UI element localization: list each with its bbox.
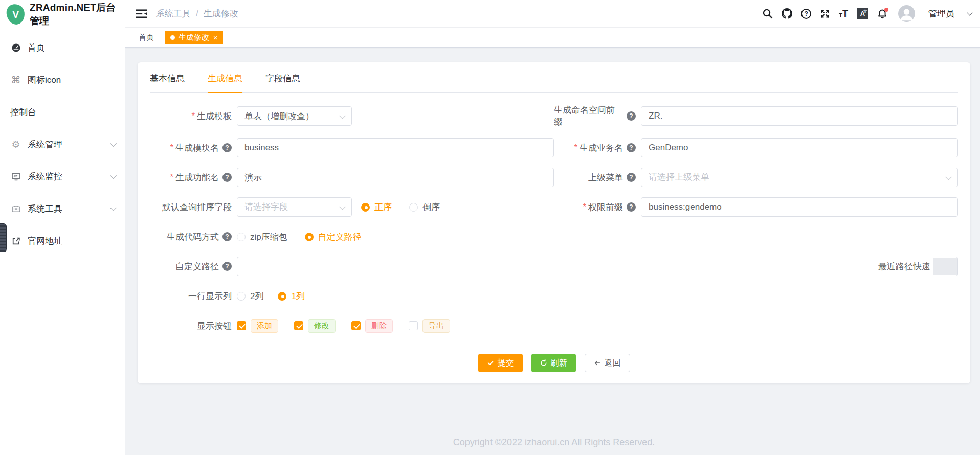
gear-icon: ⚙ xyxy=(10,140,21,149)
required-mark: * xyxy=(170,172,173,183)
sidebar-item-label: 图标icon xyxy=(28,74,61,86)
gen-template-select[interactable] xyxy=(237,106,352,126)
function-name-input[interactable] xyxy=(237,168,554,187)
sidebar-item-home[interactable]: 首页 xyxy=(0,32,125,64)
checkbox-export[interactable] xyxy=(409,321,418,330)
radio-custom-path[interactable]: 自定义路径 xyxy=(305,231,362,243)
help-icon[interactable]: ? xyxy=(222,143,232,152)
form-card: 基本信息 生成信息 字段信息 * 生成模板 xyxy=(138,62,970,383)
gen-template-value[interactable] xyxy=(237,106,352,126)
form-row: * 生成模块名 ? * 生成业务名 ? xyxy=(150,138,958,157)
help-icon[interactable]: ? xyxy=(627,202,636,212)
radio-sort-desc[interactable]: 倒序 xyxy=(409,201,440,213)
help-icon[interactable]: ? xyxy=(801,9,811,19)
logo-icon: V xyxy=(6,3,26,25)
radio-one-column[interactable]: 1列 xyxy=(278,290,304,302)
sidebar-item-system-management[interactable]: ⚙ 系统管理 xyxy=(0,128,125,161)
sidebar-item-label: 控制台 xyxy=(10,106,36,118)
parent-menu-select[interactable] xyxy=(641,168,958,187)
checkbox-group-export: 导出 xyxy=(409,319,450,333)
tab-field-info[interactable]: 字段信息 xyxy=(265,73,300,92)
checkbox-delete[interactable] xyxy=(351,321,361,330)
tab-basic-info[interactable]: 基本信息 xyxy=(150,73,185,92)
help-icon[interactable]: ? xyxy=(222,173,232,182)
parent-menu-value[interactable] xyxy=(641,168,958,187)
recent-path-quick-link[interactable]: 最近路径快速 xyxy=(878,261,930,272)
back-button[interactable]: 返回 xyxy=(585,354,630,372)
close-icon[interactable]: × xyxy=(213,33,218,42)
language-icon[interactable]: A文 xyxy=(857,8,868,19)
sidebar-item-official-site[interactable]: 官网地址 xyxy=(0,225,125,257)
top-navbar: 系统工具 / 生成修改 ? TT A文 管理员 xyxy=(125,0,980,28)
notification-badge xyxy=(884,8,888,12)
sidebar-collapse-icon[interactable] xyxy=(136,9,147,19)
namespace-prefix-label: 生成命名空间前缀 ? xyxy=(554,104,636,128)
refresh-button[interactable]: 刷新 xyxy=(531,354,576,372)
help-icon[interactable]: ? xyxy=(222,232,232,241)
fullscreen-icon[interactable] xyxy=(820,9,830,19)
sort-field-value[interactable] xyxy=(237,197,352,217)
github-icon[interactable] xyxy=(782,8,792,19)
custom-path-input[interactable] xyxy=(237,257,958,276)
sort-field-select[interactable] xyxy=(237,197,352,217)
help-icon[interactable]: ? xyxy=(627,111,636,121)
sidebar-item-icons[interactable]: ⌘ 图标icon xyxy=(0,64,125,96)
function-name-label: * 生成功能名 ? xyxy=(150,172,232,184)
avatar[interactable] xyxy=(898,5,915,22)
sidebar-item-system-monitor[interactable]: 系统监控 xyxy=(0,161,125,193)
checkbox-group-add: 添加 xyxy=(237,319,278,333)
checkbox-edit[interactable] xyxy=(294,321,303,330)
module-name-input[interactable] xyxy=(237,138,554,157)
breadcrumb-item[interactable]: 系统工具 xyxy=(156,8,191,19)
search-icon[interactable] xyxy=(762,8,773,19)
module-name-label: * 生成模块名 ? xyxy=(150,142,232,154)
required-mark: * xyxy=(574,143,577,153)
checkbox-add[interactable] xyxy=(237,321,246,330)
dashboard-icon xyxy=(10,43,21,53)
tag-gen-edit[interactable]: 生成修改 × xyxy=(165,31,223,44)
namespace-prefix-input[interactable] xyxy=(641,106,958,126)
toolbox-icon xyxy=(10,204,21,214)
custom-path-label: 自定义路径 ? xyxy=(150,257,232,276)
form-row: 一行显示列 2列 1列 xyxy=(150,286,958,306)
tab-generate-info[interactable]: 生成信息 xyxy=(208,73,242,92)
tag-export: 导出 xyxy=(422,319,450,333)
sidebar-item-label: 官网地址 xyxy=(28,235,62,247)
sort-field-label: 默认查询排序字段 xyxy=(150,201,232,213)
app-title: ZRAdmin.NET后台管理 xyxy=(30,1,125,28)
page-content: 基本信息 生成信息 字段信息 * 生成模板 xyxy=(125,48,980,448)
show-buttons-label: 显示按钮 xyxy=(150,320,232,332)
help-icon[interactable]: ? xyxy=(627,173,636,182)
radio-dot xyxy=(237,292,246,301)
help-icon[interactable]: ? xyxy=(627,143,636,152)
sidebar-item-console[interactable]: 控制台 xyxy=(0,96,125,128)
gen-template-label: * 生成模板 xyxy=(150,110,232,122)
form-row: 生成代码方式 ? zip压缩包 自定义路径 xyxy=(150,227,958,246)
tag-home[interactable]: 首页 xyxy=(139,33,154,42)
app-logo[interactable]: V ZRAdmin.NET后台管理 xyxy=(0,0,125,29)
tags-view: 首页 生成修改 × xyxy=(125,28,980,48)
font-size-icon[interactable]: TT xyxy=(839,9,848,18)
sidebar-item-label: 系统监控 xyxy=(28,171,62,183)
business-name-label: * 生成业务名 ? xyxy=(554,142,636,154)
required-mark: * xyxy=(583,202,586,212)
chevron-down-icon xyxy=(110,140,117,147)
sidebar-item-system-tools[interactable]: 系统工具 xyxy=(0,193,125,225)
chevron-down-icon xyxy=(110,204,117,211)
user-name[interactable]: 管理员 xyxy=(928,8,954,19)
settings-drawer-handle[interactable] xyxy=(0,223,7,252)
radio-sort-asc[interactable]: 正序 xyxy=(361,201,392,213)
sidebar-item-label: 系统工具 xyxy=(28,203,62,215)
business-name-input[interactable] xyxy=(641,138,958,157)
notification-bell-icon[interactable] xyxy=(877,9,887,19)
radio-two-columns[interactable]: 2列 xyxy=(237,290,263,302)
radio-zip[interactable]: zip压缩包 xyxy=(237,231,287,243)
sidebar-menu: 首页 ⌘ 图标icon 控制台 ⚙ 系统管理 系统监控 系统工具 xyxy=(0,29,125,257)
copyright-footer: Copyright ©2022 izhaorui.cn All Rights R… xyxy=(138,437,970,448)
submit-button[interactable]: 提交 xyxy=(478,354,523,372)
form-row: * 生成模板 生成命名空间前缀 ? xyxy=(150,104,958,128)
chevron-down-icon[interactable] xyxy=(967,10,972,15)
help-icon[interactable]: ? xyxy=(222,262,232,271)
path-picker-button[interactable] xyxy=(933,258,957,275)
perm-prefix-input[interactable] xyxy=(641,197,958,217)
